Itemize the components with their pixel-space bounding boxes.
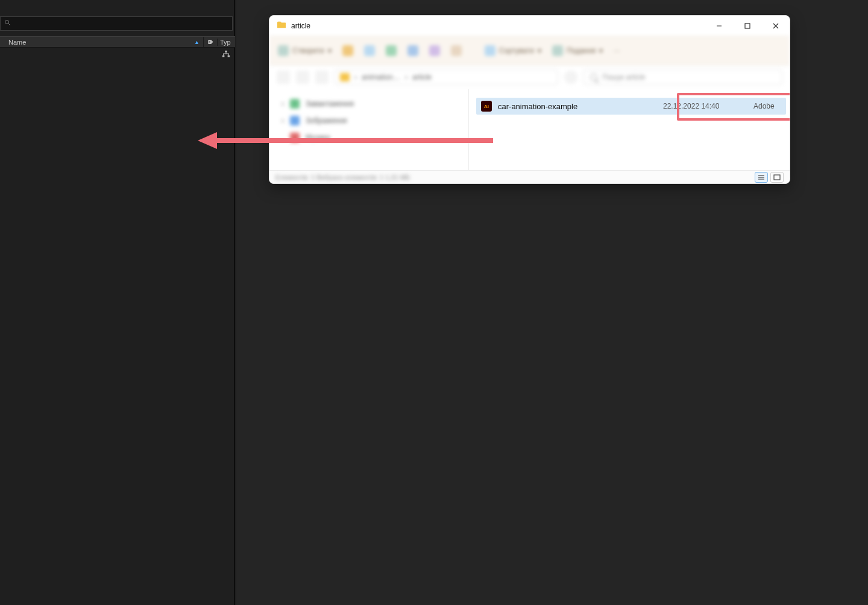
project-panel: Name ▲ Typ xyxy=(0,0,235,605)
search-placeholder: Пошук article xyxy=(602,73,646,81)
column-label[interactable] xyxy=(203,37,217,47)
file-type: Adobe xyxy=(753,102,786,110)
svg-rect-4 xyxy=(222,55,225,57)
view-thumbnails-button[interactable] xyxy=(770,172,784,183)
toolbar-icon[interactable] xyxy=(386,45,397,56)
window-title: article xyxy=(291,22,310,30)
file-explorer-window: article Створити▾ Сортувати▾ Подання▾ ··… xyxy=(269,15,790,184)
breadcrumb-segment[interactable]: article xyxy=(412,73,432,81)
toolbar-view[interactable]: Подання▾ xyxy=(552,45,603,56)
sidebar-item[interactable]: ›Завантаження xyxy=(279,95,459,112)
search-icon xyxy=(4,18,11,29)
svg-rect-3 xyxy=(225,51,227,52)
toolbar-icon[interactable] xyxy=(364,45,375,56)
toolbar-new[interactable]: Створити▾ xyxy=(278,45,332,56)
minimize-button[interactable] xyxy=(705,16,733,36)
svg-rect-7 xyxy=(745,24,750,28)
explorer-file-list[interactable]: Ai car-animation-example 22.12.2022 14:4… xyxy=(468,89,790,170)
explorer-search-input[interactable]: Пошук article xyxy=(583,69,782,85)
folder-icon xyxy=(340,73,350,81)
project-columns-header: Name ▲ Typ xyxy=(0,36,235,48)
column-name[interactable]: Name xyxy=(7,39,194,46)
toolbar-icon[interactable] xyxy=(407,45,418,56)
breadcrumb-segment[interactable]: animation… xyxy=(362,73,400,81)
status-text: Елементів: 1 Вибрано елементів: 1 1,31 М… xyxy=(275,174,410,181)
toolbar-icon[interactable] xyxy=(429,45,440,56)
svg-point-0 xyxy=(5,21,9,24)
breadcrumb[interactable]: › animation… › article xyxy=(335,69,558,85)
folder-icon xyxy=(277,21,286,31)
window-titlebar[interactable]: article xyxy=(269,16,790,36)
svg-rect-13 xyxy=(774,175,780,180)
explorer-status-bar: Елементів: 1 Вибрано елементів: 1 1,31 М… xyxy=(269,170,790,183)
maximize-button[interactable] xyxy=(733,16,761,36)
flowchart-view-icon[interactable] xyxy=(222,50,231,60)
toolbar-sort[interactable]: Сортувати▾ xyxy=(485,45,541,56)
toolbar-icon[interactable] xyxy=(451,45,462,56)
svg-rect-5 xyxy=(228,55,230,57)
file-date: 22.12.2022 14:40 xyxy=(663,102,753,110)
explorer-toolbar[interactable]: Створити▾ Сортувати▾ Подання▾ ··· xyxy=(269,36,790,65)
view-details-button[interactable] xyxy=(755,172,768,183)
sidebar-item[interactable]: ›Музика xyxy=(279,129,459,146)
nav-back-button[interactable] xyxy=(277,71,290,84)
explorer-address-row: › animation… › article Пошук article xyxy=(269,65,790,89)
file-name: car-animation-example xyxy=(498,102,577,111)
column-type[interactable]: Typ xyxy=(217,39,235,46)
project-search-field[interactable] xyxy=(15,20,232,27)
toolbar-icon[interactable] xyxy=(342,45,353,56)
sidebar-item[interactable]: ›Зображення xyxy=(279,112,459,129)
sort-indicator-icon: ▲ xyxy=(194,39,200,45)
close-button[interactable] xyxy=(761,16,790,36)
nav-up-button[interactable] xyxy=(315,71,329,84)
svg-point-2 xyxy=(209,42,210,43)
toolbar-more[interactable]: ··· xyxy=(614,46,620,55)
project-search-input[interactable] xyxy=(0,16,233,31)
search-icon xyxy=(590,74,597,81)
file-row[interactable]: Ai car-animation-example 22.12.2022 14:4… xyxy=(476,98,786,115)
illustrator-file-icon: Ai xyxy=(481,101,492,112)
explorer-sidebar[interactable]: ›Завантаження ›Зображення ›Музика xyxy=(269,89,468,170)
svg-line-1 xyxy=(8,24,10,25)
refresh-button[interactable] xyxy=(564,71,577,84)
nav-forward-button[interactable] xyxy=(296,71,309,84)
